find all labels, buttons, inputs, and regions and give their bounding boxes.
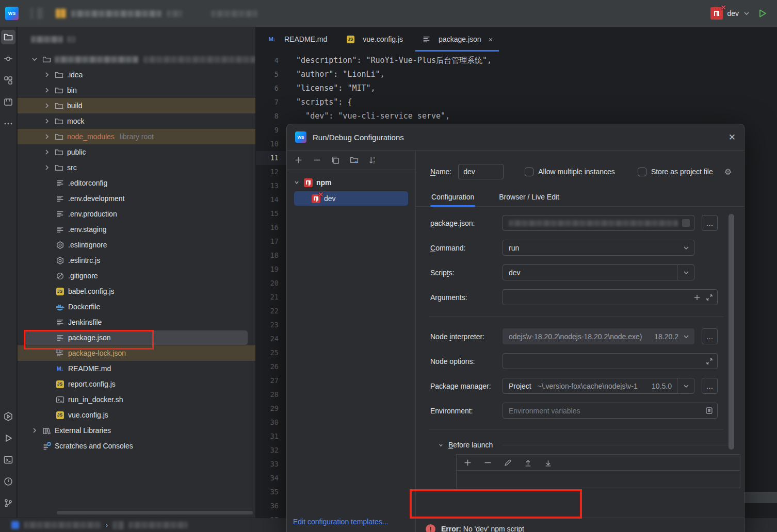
command-select[interactable]: run	[503, 240, 694, 256]
tree-item-dockerfile[interactable]: Dockerfile	[18, 299, 255, 314]
tree-item--env-staging[interactable]: .env.staging	[18, 222, 255, 237]
line-number: 35	[256, 485, 287, 499]
tree-item-report-config-js[interactable]: JSreport.config.js	[18, 376, 255, 392]
package-manager-select[interactable]: Project ~\.version-fox\cache\nodejs\v-1 …	[503, 378, 694, 394]
close-icon[interactable]: ✕	[729, 132, 736, 143]
chevron-right-icon[interactable]	[43, 163, 51, 172]
expand-icon[interactable]	[706, 294, 713, 301]
list-icon[interactable]	[705, 407, 713, 414]
run-icon[interactable]	[1, 431, 15, 445]
editor-tab-readme-md[interactable]: M↓README.md	[258, 27, 336, 52]
dialog-tab-configuration[interactable]: Configuration	[430, 191, 475, 206]
tree-item-babel-config-js[interactable]: JSbabel.config.js	[18, 284, 255, 299]
chevron-down-icon[interactable]	[677, 265, 690, 280]
chevron-right-icon[interactable]	[43, 117, 51, 125]
tree-item-run-in-docker-sh[interactable]: run_in_docker.sh	[18, 392, 255, 407]
tree-item-bin[interactable]: bin	[18, 82, 255, 98]
chevron-right-icon[interactable]	[30, 426, 39, 435]
run-play-button[interactable]	[757, 8, 768, 19]
tree-item--eslintrc-js[interactable]: .eslintrc.js	[18, 253, 255, 268]
tree-item-jenkinsfile[interactable]: Jenkinsfile	[18, 314, 255, 330]
close-icon[interactable]: ×	[489, 35, 493, 44]
chevron-right-icon[interactable]	[43, 71, 51, 79]
dependencies-icon[interactable]	[1, 95, 15, 109]
run-config-selector[interactable]: ✕ dev	[710, 7, 750, 20]
sort-configurations-icon[interactable]: az	[368, 156, 377, 164]
insert-macro-icon[interactable]	[693, 294, 701, 301]
chevron-right-icon[interactable]	[43, 86, 51, 94]
chevron-down-icon[interactable]	[677, 378, 690, 393]
add-task-icon[interactable]	[463, 458, 472, 467]
tree-item-package-lock-json[interactable]: package-lock.json	[18, 345, 255, 361]
arguments-input[interactable]	[503, 289, 718, 305]
project-panel-header[interactable]	[18, 27, 255, 52]
tree-item-src[interactable]: src	[18, 160, 255, 175]
tree-item-package-json[interactable]: package.json	[18, 330, 255, 345]
move-down-icon[interactable]	[544, 458, 553, 467]
form-separator	[429, 317, 723, 317]
config-group-npm[interactable]: npm	[287, 175, 415, 190]
tree-item-mock[interactable]: mock	[18, 113, 255, 129]
dialog-scrollbar-thumb[interactable]	[729, 214, 734, 450]
browse-button[interactable]: …	[702, 328, 718, 344]
terminal-icon[interactable]	[1, 453, 15, 467]
config-item-dev[interactable]: ✕ dev	[294, 191, 408, 206]
environment-input[interactable]: Environment variables	[503, 403, 718, 419]
node-interpreter-select[interactable]: odejs\v-18.20.2\nodejs-18.20.2\node.exe)…	[503, 328, 694, 344]
store-as-project-file-checkbox[interactable]: Store as project file	[638, 168, 713, 176]
tree-item--editorconfig[interactable]: .editorconfig	[18, 175, 255, 191]
add-configuration-icon[interactable]	[294, 156, 303, 164]
dialog-header[interactable]: WS Run/Debug Configurations ✕	[287, 124, 744, 150]
project-folder-icon[interactable]	[1, 30, 15, 44]
tree-item--gitignore[interactable]: .gitignore	[18, 268, 255, 284]
tree-item-scratches-and-consoles[interactable]: Scratches and Consoles	[18, 438, 255, 454]
copy-configuration-icon[interactable]	[331, 156, 340, 164]
name-input[interactable]	[458, 164, 504, 179]
node-options-input[interactable]	[503, 353, 718, 369]
package-json-label: package.json:	[430, 219, 503, 227]
edit-task-icon[interactable]	[504, 458, 512, 467]
tree-item-vue-config-js[interactable]: JSvue.config.js	[18, 407, 255, 423]
package-json-input[interactable]	[503, 215, 694, 231]
dialog-tab-browser-live-edit[interactable]: Browser / Live Edit	[498, 191, 560, 206]
browse-button[interactable]: …	[702, 378, 718, 394]
expand-icon[interactable]	[706, 358, 713, 365]
tree-item--env-production[interactable]: .env.production	[18, 206, 255, 222]
more-icon[interactable]	[1, 117, 15, 131]
tree-item--env-development[interactable]: .env.development	[18, 191, 255, 206]
commit-icon[interactable]	[1, 52, 15, 66]
scripts-combobox[interactable]: dev	[503, 264, 694, 280]
remove-task-icon[interactable]	[483, 458, 492, 467]
new-folder-icon[interactable]	[350, 156, 359, 164]
tree-item--eslintignore[interactable]: .eslintignore	[18, 237, 255, 253]
problems-icon[interactable]	[1, 474, 15, 489]
tree-item-build[interactable]: build	[18, 98, 255, 113]
remove-configuration-icon[interactable]	[313, 156, 321, 164]
chevron-down-icon[interactable]	[30, 55, 39, 63]
gear-icon[interactable]: ⚙	[724, 167, 732, 177]
editor-scrollbar-thumb[interactable]	[739, 492, 777, 503]
tab-label: vue.config.js	[363, 35, 403, 43]
chevron-right-icon[interactable]	[43, 102, 51, 110]
editor-tab-vue-config-js[interactable]: JSvue.config.js	[336, 27, 412, 52]
structure-icon[interactable]	[1, 73, 15, 88]
browse-button[interactable]: …	[702, 215, 718, 231]
chevron-right-icon[interactable]	[43, 148, 51, 156]
move-up-icon[interactable]	[524, 458, 532, 467]
editor-tab-package-json[interactable]: package.json×	[412, 27, 502, 52]
tree-item-node-modules[interactable]: node_moduleslibrary root	[18, 129, 255, 144]
vcs-widget[interactable]	[211, 10, 257, 17]
allow-multiple-instances-checkbox[interactable]: Allow multiple instances	[525, 168, 615, 176]
tree-item-project-root[interactable]	[18, 52, 255, 67]
git-branch-icon[interactable]	[1, 496, 15, 510]
before-launch-header[interactable]: Before launch	[430, 441, 744, 449]
edit-configuration-templates-link[interactable]: Edit configuration templates...	[293, 518, 388, 526]
tree-item-external-libraries[interactable]: External Libraries	[18, 423, 255, 438]
services-icon[interactable]	[1, 409, 15, 424]
chevron-right-icon[interactable]	[43, 132, 51, 141]
horizontal-scrollbar[interactable]	[57, 511, 253, 514]
tree-item-public[interactable]: public	[18, 144, 255, 160]
tree-item-readme-md[interactable]: M↓README.md	[18, 361, 255, 376]
tree-item--idea[interactable]: .idea	[18, 67, 255, 82]
project-widget[interactable]	[56, 9, 182, 18]
